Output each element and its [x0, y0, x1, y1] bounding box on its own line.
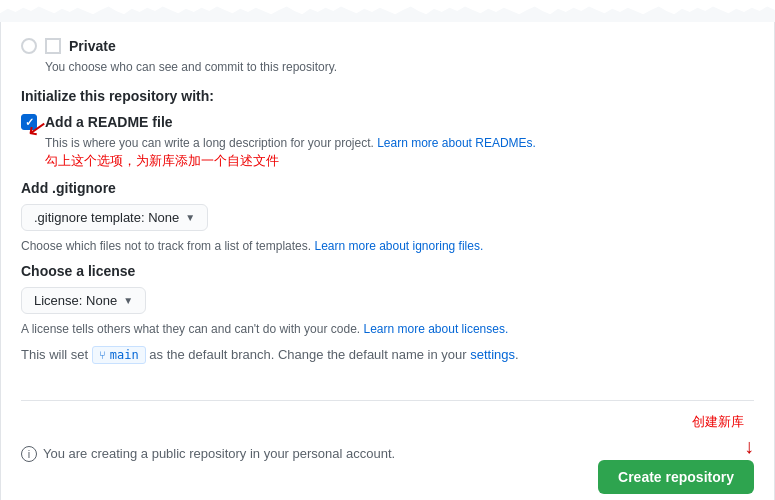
- readme-annotation-area: ↙ This is where you can write a long des…: [21, 136, 754, 170]
- private-label: Private: [69, 38, 116, 54]
- info-row: i You are creating a public repository i…: [21, 400, 754, 494]
- create-btn-area: 创建新库 ↓ Create repository: [598, 413, 754, 494]
- branch-row: This will set ⑂ main as the default bran…: [21, 346, 754, 364]
- gitignore-link[interactable]: Learn more about ignoring files.: [314, 239, 483, 253]
- branch-name: main: [110, 348, 139, 362]
- create-annotation: 创建新库: [692, 413, 744, 431]
- torn-edge-top: [0, 0, 775, 22]
- radio-private[interactable]: [45, 38, 61, 54]
- info-text: You are creating a public repository in …: [43, 446, 395, 461]
- branch-icon: ⑂: [99, 349, 106, 362]
- info-icon: i: [21, 446, 37, 462]
- readme-label: Add a README file: [45, 114, 173, 130]
- branch-text-before: This will set: [21, 347, 88, 362]
- private-row: Private: [21, 38, 754, 54]
- create-arrow: ↓: [744, 435, 754, 458]
- gitignore-dropdown-arrow: ▼: [185, 212, 195, 223]
- info-text-area: i You are creating a public repository i…: [21, 446, 395, 462]
- footer-area: i You are creating a public repository i…: [0, 392, 775, 500]
- radio-public[interactable]: [21, 38, 37, 54]
- readme-checkbox-row: Add a README file: [21, 114, 754, 130]
- gitignore-dropdown[interactable]: .gitignore template: None ▼: [21, 204, 208, 231]
- create-annotation-row: 创建新库: [692, 413, 754, 431]
- license-link[interactable]: Learn more about licenses.: [364, 322, 509, 336]
- gitignore-desc: Choose which files not to track from a l…: [21, 239, 754, 253]
- private-desc: You choose who can see and commit to thi…: [45, 60, 754, 74]
- readme-annotation: 勾上这个选项，为新库添加一个自述文件: [45, 152, 754, 170]
- readme-link[interactable]: Learn more about READMEs.: [377, 136, 536, 150]
- gitignore-dropdown-label: .gitignore template: None: [34, 210, 179, 225]
- license-dropdown-label: License: None: [34, 293, 117, 308]
- settings-link[interactable]: settings: [470, 347, 515, 362]
- license-desc: A license tells others what they can and…: [21, 322, 754, 336]
- main-content: Private You choose who can see and commi…: [0, 22, 775, 392]
- license-dropdown[interactable]: License: None ▼: [21, 287, 146, 314]
- gitignore-title: Add .gitignore: [21, 180, 754, 196]
- license-title: Choose a license: [21, 263, 754, 279]
- branch-text-after: as the default branch. Change the defaul…: [149, 347, 466, 362]
- license-dropdown-arrow: ▼: [123, 295, 133, 306]
- branch-badge: ⑂ main: [92, 346, 146, 364]
- init-section-title: Initialize this repository with:: [21, 88, 754, 104]
- create-repository-button[interactable]: Create repository: [598, 460, 754, 494]
- readme-desc: This is where you can write a long descr…: [45, 136, 754, 150]
